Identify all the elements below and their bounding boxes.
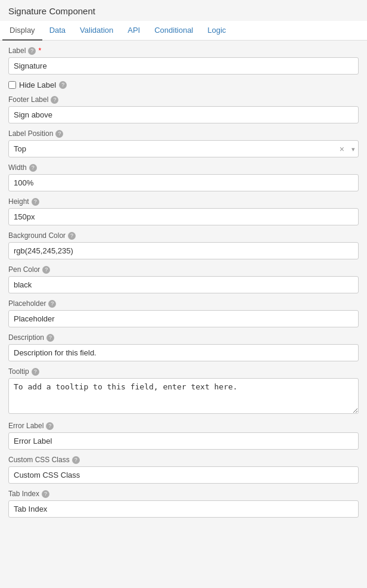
description-text: Description [8, 333, 44, 342]
error-label-help-icon[interactable]: ? [46, 422, 54, 430]
hide-label-help-icon[interactable]: ? [59, 81, 67, 89]
label-position-text: Label Position [8, 129, 53, 138]
pen-color-text: Pen Color [8, 265, 40, 274]
description-field-group: Description ? [8, 333, 359, 361]
width-input[interactable] [8, 174, 359, 191]
footer-label-text: Footer Label [8, 95, 48, 104]
tooltip-help-icon[interactable]: ? [32, 368, 39, 376]
label-position-label: Label Position ? [8, 129, 359, 138]
hide-label-row: Hide Label ? [8, 81, 359, 89]
width-text: Width [8, 163, 27, 172]
label-required-star: * [38, 47, 41, 55]
height-field-group: Height ? [8, 197, 359, 225]
error-label-field-group: Error Label ? [8, 422, 359, 450]
height-help-icon[interactable]: ? [32, 198, 39, 206]
error-label-input[interactable] [8, 432, 359, 450]
background-color-field-group: Background Color ? [8, 231, 359, 259]
pen-color-field-group: Pen Color ? [8, 265, 359, 293]
tab-validation[interactable]: Validation [73, 21, 120, 41]
page-title: Signature Component [0, 0, 367, 21]
description-help-icon[interactable]: ? [46, 334, 54, 342]
custom-css-class-help-icon[interactable]: ? [72, 456, 80, 464]
placeholder-input[interactable] [8, 310, 359, 327]
height-text: Height [8, 197, 29, 206]
background-color-text: Background Color [8, 231, 66, 240]
footer-label-field-group: Footer Label ? [8, 95, 359, 123]
height-label: Height ? [8, 197, 359, 206]
width-field-group: Width ? [8, 163, 359, 191]
tab-api[interactable]: API [120, 21, 147, 41]
tab-index-input[interactable] [8, 500, 359, 518]
placeholder-text: Placeholder [8, 299, 46, 308]
tooltip-textarea[interactable]: To add a tooltip to this field, enter te… [8, 378, 359, 414]
custom-css-class-field-group: Custom CSS Class ? [8, 456, 359, 484]
label-field-label: Label ? * [8, 47, 359, 55]
tooltip-text: Tooltip [8, 367, 29, 376]
label-position-select-wrapper: Top Left Right Bottom × ▾ [8, 140, 359, 157]
label-position-select[interactable]: Top Left Right Bottom [8, 140, 359, 157]
placeholder-help-icon[interactable]: ? [48, 300, 56, 308]
label-position-help-icon[interactable]: ? [55, 130, 63, 138]
placeholder-field-group: Placeholder ? [8, 299, 359, 327]
tab-bar: Display Data Validation API Conditional … [0, 21, 367, 41]
label-position-field-group: Label Position ? Top Left Right Bottom ×… [8, 129, 359, 157]
tab-index-text: Tab Index [8, 490, 39, 498]
pen-color-help-icon[interactable]: ? [42, 266, 50, 274]
height-input[interactable] [8, 208, 359, 225]
hide-label-text: Hide Label [19, 81, 56, 89]
label-text: Label [8, 47, 26, 55]
tab-data[interactable]: Data [42, 21, 73, 41]
custom-css-class-text: Custom CSS Class [8, 456, 70, 464]
footer-label-input[interactable] [8, 106, 359, 123]
custom-css-class-input[interactable] [8, 466, 359, 484]
width-label: Width ? [8, 163, 359, 172]
label-help-icon[interactable]: ? [28, 47, 36, 55]
label-position-clear-icon[interactable]: × [340, 144, 344, 154]
tab-logic[interactable]: Logic [200, 21, 233, 41]
tab-display[interactable]: Display [2, 21, 42, 41]
description-label: Description ? [8, 333, 359, 342]
error-label-text: Error Label [8, 422, 43, 430]
error-label-label: Error Label ? [8, 422, 359, 430]
tab-conditional[interactable]: Conditional [147, 21, 200, 41]
background-color-help-icon[interactable]: ? [68, 232, 76, 240]
tab-index-help-icon[interactable]: ? [42, 490, 49, 498]
tooltip-field-group: Tooltip ? To add a tooltip to this field… [8, 367, 359, 416]
footer-label-label: Footer Label ? [8, 95, 359, 104]
hide-label-checkbox[interactable] [8, 81, 16, 89]
footer-label-help-icon[interactable]: ? [51, 96, 58, 104]
custom-css-class-label: Custom CSS Class ? [8, 456, 359, 464]
placeholder-label: Placeholder ? [8, 299, 359, 308]
tab-index-label: Tab Index ? [8, 490, 359, 498]
label-field-group: Label ? * [8, 47, 359, 75]
background-color-input[interactable] [8, 242, 359, 259]
pen-color-input[interactable] [8, 276, 359, 293]
width-help-icon[interactable]: ? [29, 164, 37, 172]
display-tab-content: Label ? * Hide Label ? Footer Label ? La… [0, 41, 367, 530]
pen-color-label: Pen Color ? [8, 265, 359, 274]
label-input[interactable] [8, 57, 359, 75]
tab-index-field-group: Tab Index ? [8, 490, 359, 518]
background-color-label: Background Color ? [8, 231, 359, 240]
description-input[interactable] [8, 344, 359, 361]
tooltip-label: Tooltip ? [8, 367, 359, 376]
